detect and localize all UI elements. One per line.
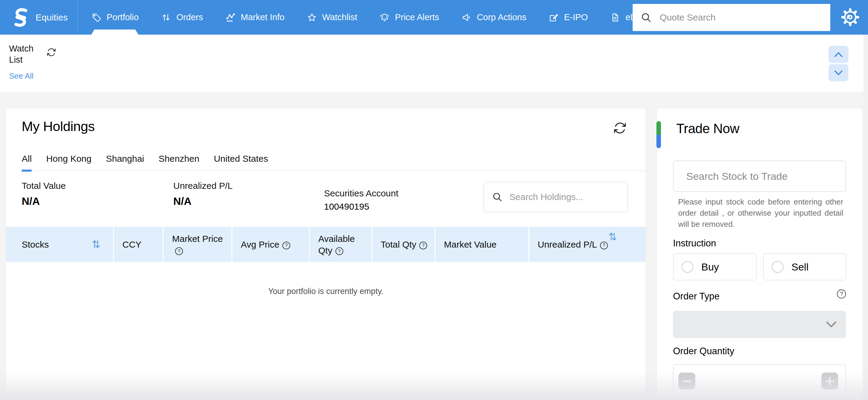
stock-search-helper-text: Please input stock code before entering … xyxy=(678,196,843,230)
page: Equities Portfolio Orders Market Info Wa… xyxy=(0,0,868,400)
column-label: Unrealized P/L xyxy=(538,239,597,249)
column-header-total-qty: Total Qty? xyxy=(372,227,435,262)
unrealized-pl-label: Unrealized P/L xyxy=(173,181,233,191)
scroll-up-button[interactable] xyxy=(829,46,848,63)
nav-divider xyxy=(78,0,78,35)
sort-icon[interactable]: ⇅ xyxy=(609,231,617,243)
holdings-search-input[interactable] xyxy=(509,192,620,202)
nav-item-label: Price Alerts xyxy=(395,12,439,22)
nav-item-e-ipo[interactable]: E-IPO xyxy=(537,0,599,35)
scrollbar-track[interactable] xyxy=(864,35,868,400)
order-quantity-label: Order Quantity xyxy=(673,346,734,357)
tab-label: United States xyxy=(214,154,268,164)
document-icon xyxy=(610,12,620,23)
column-header-stocks[interactable]: Stocks ⇅ xyxy=(6,227,113,262)
help-icon[interactable]: ? xyxy=(336,247,343,255)
nav-item-label: Orders xyxy=(176,12,203,22)
help-icon[interactable]: ? xyxy=(837,290,846,299)
tab-shenzhen[interactable]: Shenzhen xyxy=(158,147,199,170)
order-type-label: Order Type xyxy=(673,291,720,302)
accent-green xyxy=(656,121,661,135)
megaphone-icon xyxy=(461,12,472,23)
increase-quantity-button[interactable]: + xyxy=(821,373,838,390)
nav-item-orders[interactable]: Orders xyxy=(150,0,214,35)
nav-item-portfolio[interactable]: Portfolio xyxy=(80,0,150,35)
unrealized-pl-block: Unrealized P/L N/A xyxy=(173,181,233,207)
total-value-label: Total Value xyxy=(22,181,66,191)
securities-account-number: 100490195 xyxy=(324,201,398,212)
sell-option[interactable]: Sell xyxy=(763,253,846,280)
column-header-unrealized-pl[interactable]: Unrealized P/L? ⇅ xyxy=(529,227,646,262)
empty-portfolio-message: Your portfolio is currently empty. xyxy=(6,287,646,296)
stock-search-box xyxy=(673,161,846,192)
help-icon[interactable]: ? xyxy=(600,241,608,249)
unrealized-pl-value: N/A xyxy=(173,195,233,207)
tab-all[interactable]: All xyxy=(22,147,32,170)
trade-now-panel: Trade Now Please input stock code before… xyxy=(657,108,863,400)
column-label: Market Price xyxy=(172,234,223,244)
refresh-icon[interactable] xyxy=(46,47,56,57)
see-all-link[interactable]: See All xyxy=(9,71,33,81)
quote-search-input[interactable] xyxy=(659,12,823,23)
nav-item-watchlist[interactable]: Watchlist xyxy=(296,0,369,35)
column-label: Stocks xyxy=(22,239,49,250)
standard-chartered-logo xyxy=(13,7,29,27)
column-label: Avg Price xyxy=(241,239,279,249)
bell-icon xyxy=(379,12,390,23)
buy-label: Buy xyxy=(701,261,719,273)
buy-option[interactable]: Buy xyxy=(673,253,757,280)
trend-dots-icon xyxy=(225,12,236,23)
nav-item-corp-actions[interactable]: Corp Actions xyxy=(450,0,537,35)
nav-item-label: E-IPO xyxy=(564,12,588,22)
order-type-select[interactable] xyxy=(673,311,846,338)
radio-icon xyxy=(772,261,784,273)
tab-shanghai[interactable]: Shanghai xyxy=(106,147,144,170)
help-icon[interactable]: ? xyxy=(282,241,290,249)
securities-account-label: Securities Account xyxy=(324,188,398,199)
gear-icon[interactable] xyxy=(840,7,860,27)
nav-item-label: Corp Actions xyxy=(477,12,526,22)
column-header-market-price: Market Price? xyxy=(164,227,231,262)
sell-label: Sell xyxy=(792,261,809,273)
watch-list-bar: Watch List See All xyxy=(0,35,868,92)
tab-united-states[interactable]: United States xyxy=(214,147,268,170)
star-icon xyxy=(307,12,317,23)
trade-now-title: Trade Now xyxy=(676,121,739,136)
tag-icon xyxy=(91,12,101,23)
active-tab-indicator xyxy=(91,30,138,35)
sort-icon[interactable]: ⇅ xyxy=(92,239,101,250)
column-label: CCY xyxy=(122,239,141,250)
tab-label: Hong Kong xyxy=(46,154,91,164)
quote-search-box xyxy=(632,4,830,31)
order-quantity-stepper: − + xyxy=(673,364,846,398)
column-label: Market Value xyxy=(444,239,497,250)
tab-label: Shenzhen xyxy=(158,154,199,164)
help-icon[interactable]: ? xyxy=(175,247,183,255)
watch-list-pager xyxy=(829,46,848,82)
tab-label: All xyxy=(22,154,32,164)
nav-item-price-alerts[interactable]: Price Alerts xyxy=(368,0,450,35)
help-icon[interactable]: ? xyxy=(419,241,427,249)
pencil-icon xyxy=(549,12,559,23)
chevron-down-icon xyxy=(825,321,838,328)
nav-item-label: Market Info xyxy=(241,12,284,22)
nav-item-label: Watchlist xyxy=(322,12,358,22)
holdings-title: My Holdings xyxy=(22,119,95,134)
tab-hong-kong[interactable]: Hong Kong xyxy=(46,147,91,170)
nav-menu: Portfolio Orders Market Info Watchlist P… xyxy=(80,0,686,35)
active-tab-underline xyxy=(22,170,32,172)
market-tabs: All Hong Kong Shanghai Shenzhen United S… xyxy=(22,147,646,171)
holdings-table-header: Stocks ⇅ CCY Market Price? Avg Price? Av… xyxy=(6,227,646,262)
refresh-icon[interactable] xyxy=(613,121,627,135)
top-navigation-bar: Equities Portfolio Orders Market Info Wa… xyxy=(0,0,868,35)
order-quantity-input[interactable] xyxy=(701,368,819,394)
radio-icon xyxy=(681,261,693,273)
scroll-down-button[interactable] xyxy=(829,64,848,81)
stock-search-input[interactable] xyxy=(686,170,833,182)
decrease-quantity-button[interactable]: − xyxy=(678,373,695,390)
tab-label: Shanghai xyxy=(106,154,144,164)
nav-item-market-info[interactable]: Market Info xyxy=(214,0,296,35)
column-header-ccy: CCY xyxy=(114,227,163,262)
watch-list-title: Watch List xyxy=(9,43,44,65)
search-icon xyxy=(492,192,503,202)
